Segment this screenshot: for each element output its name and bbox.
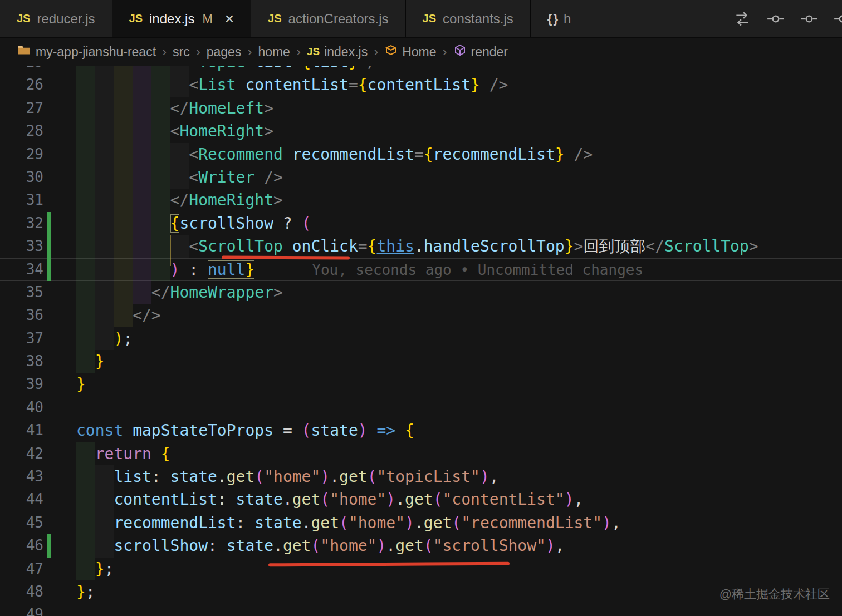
code-token: </	[151, 283, 170, 302]
tab-reducer.js[interactable]: JSreducer.js	[0, 0, 112, 37]
code-token: scrollShow	[179, 214, 273, 233]
code-token: ?	[273, 214, 302, 233]
line-number: 47	[0, 558, 43, 580]
code-line-33[interactable]: 33 <ScrollTop onClick={this.handleScroll…	[0, 235, 842, 258]
breadcrumb-item-render[interactable]: render	[453, 43, 508, 60]
breadcrumb-item-src[interactable]: src	[173, 45, 190, 60]
code-token: Recommend	[198, 145, 283, 164]
code-token: get	[424, 514, 452, 532]
code-token	[283, 145, 292, 164]
code-token: HomeLeft	[189, 99, 264, 117]
code-token: state	[311, 421, 358, 440]
code-line-38[interactable]: 38 }	[0, 350, 842, 373]
code-line-37[interactable]: 37 );	[0, 327, 842, 350]
breadcrumb-separator: ›	[443, 44, 447, 60]
line-number: 49	[0, 603, 43, 616]
code-line-26[interactable]: 26 <List contentList={contentList} />	[0, 73, 842, 96]
folder-icon	[17, 43, 31, 61]
breadcrumb-items: my-app-jianshu-react›src›pages›home›JSin…	[17, 43, 508, 61]
code-token: "home"	[349, 514, 405, 532]
breadcrumb-item-index.js[interactable]: JSindex.js	[307, 45, 368, 60]
code-line-27[interactable]: 27 </HomeLeft>	[0, 97, 842, 120]
code-token: "contentList"	[443, 490, 565, 509]
code-token: =>	[376, 421, 395, 440]
breadcrumb-label: render	[471, 45, 508, 60]
breadcrumb-item-pages[interactable]: pages	[207, 45, 242, 60]
line-number: 26	[0, 73, 43, 96]
code-token: )	[480, 467, 489, 486]
tab-index.js[interactable]: JSindex.jsM×	[112, 0, 252, 37]
code-token: }	[555, 145, 565, 164]
code-token: {	[358, 76, 368, 94]
code-editor[interactable]: 25 <Topic list={list} />26 <List content…	[0, 51, 842, 616]
annotation-red-underline-1	[222, 255, 350, 259]
more-actions-icon[interactable]	[833, 9, 842, 28]
code-line-34[interactable]: 34 ) : null}You, seconds ago • Uncommitt…	[0, 258, 842, 281]
code-token	[395, 421, 405, 440]
code-token: contentList	[114, 490, 217, 509]
code-token: contentList	[245, 76, 348, 94]
code-line-43[interactable]: 43 list: state.get("home").get("topicLis…	[0, 465, 842, 488]
code-line-31[interactable]: 31 </HomeRight>	[0, 189, 842, 211]
toggle-layout-icon[interactable]	[800, 9, 819, 28]
code-token: {	[368, 237, 377, 255]
code-text: </HomeWrapper>	[76, 281, 283, 304]
split-editor-icon[interactable]	[766, 9, 785, 28]
code-line-41[interactable]: 41const mapStateToProps = (state) => {	[0, 419, 842, 442]
code-token: (	[424, 536, 433, 555]
tab-close-icon[interactable]: ×	[225, 11, 234, 27]
code-token: state	[227, 536, 273, 555]
code-token: }	[95, 352, 105, 371]
tab-h[interactable]: { }h	[531, 0, 596, 37]
code-line-39[interactable]: 39}	[0, 373, 842, 396]
code-line-40[interactable]: 40	[0, 396, 842, 419]
code-token: =	[414, 145, 424, 164]
code-token: HomeRight	[179, 122, 264, 140]
code-line-35[interactable]: 35 </HomeWrapper>	[0, 281, 842, 304]
code-token: )	[376, 536, 386, 555]
code-token: ,	[574, 490, 584, 509]
code-token: }	[76, 583, 86, 601]
code-line-29[interactable]: 29 <Recommend recommendList={recommendLi…	[0, 143, 842, 166]
line-number: 32	[0, 212, 43, 235]
code-text: list: state.get("home").get("topicList")…	[76, 465, 499, 488]
code-token: .	[217, 467, 227, 486]
git-gutter-added	[47, 235, 51, 258]
tab-label: h	[564, 11, 571, 27]
breadcrumb-item-home[interactable]: home	[258, 45, 290, 60]
code-token: =	[273, 421, 302, 440]
tab-constants.js[interactable]: JSconstants.js	[406, 0, 531, 37]
code-line-36[interactable]: 36 </>	[0, 304, 842, 327]
code-line-44[interactable]: 44 contentList: state.get("home").get("c…	[0, 488, 842, 511]
code-token: List	[198, 76, 236, 94]
code-line-48[interactable]: 48};	[0, 580, 842, 603]
line-number: 33	[0, 235, 43, 258]
tab-label: index.js	[149, 11, 194, 27]
code-text: );	[76, 327, 133, 350]
js-file-icon: JS	[129, 12, 143, 25]
code-text: }	[76, 373, 86, 396]
code-token: :	[208, 536, 227, 555]
breadcrumb-item-my-app-jianshu-react[interactable]: my-app-jianshu-react	[17, 43, 156, 61]
code-line-32[interactable]: 32 {scrollShow ? (	[0, 212, 842, 235]
code-token: </	[170, 191, 189, 209]
code-token	[123, 421, 133, 440]
code-line-30[interactable]: 30 <Writer />	[0, 166, 842, 189]
code-line-47[interactable]: 47 };	[0, 558, 842, 580]
breadcrumb-item-Home[interactable]: Home	[384, 43, 436, 60]
git-gutter-added	[47, 534, 51, 557]
code-token: {	[161, 445, 170, 463]
class-icon	[384, 43, 398, 60]
code-token: >	[574, 237, 584, 255]
code-token: ;	[105, 560, 114, 578]
tab-actionCreators.js[interactable]: JSactionCreators.js	[251, 0, 406, 37]
open-changes-icon[interactable]	[733, 9, 752, 28]
code-line-49[interactable]: 49	[0, 603, 842, 616]
code-line-28[interactable]: 28 <HomeRight>	[0, 120, 842, 142]
code-text: <Writer />	[76, 166, 283, 189]
code-token	[480, 76, 489, 94]
code-line-46[interactable]: 46 scrollShow: state.get("home").get("sc…	[0, 534, 842, 557]
code-line-45[interactable]: 45 recommendList: state.get("home").get(…	[0, 511, 842, 534]
editor-actions	[733, 0, 842, 37]
code-line-42[interactable]: 42 return {	[0, 442, 842, 465]
